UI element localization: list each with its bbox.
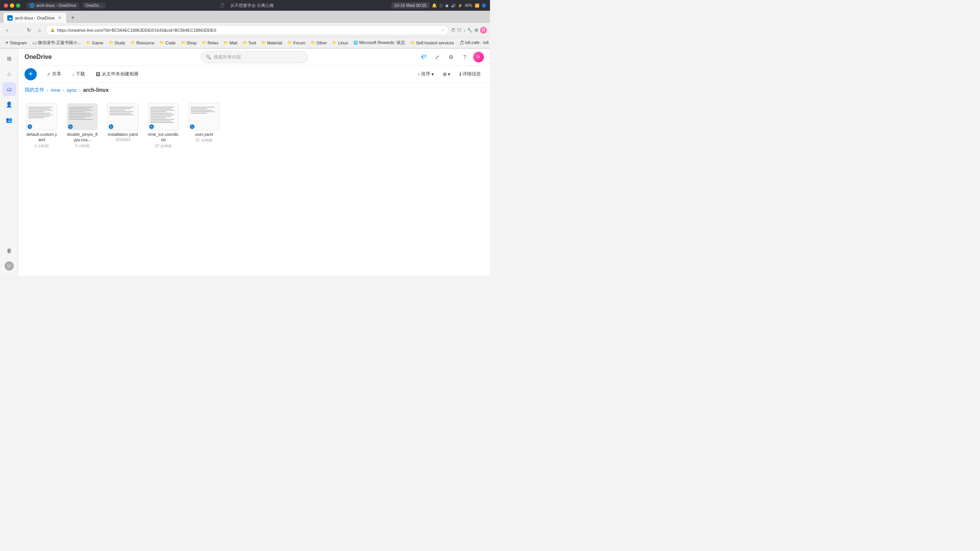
new-item-button[interactable]: + bbox=[24, 68, 37, 80]
bookmark-wechat-label: 微信读书-正版书籍小... bbox=[38, 40, 81, 46]
file-thumb-2: ↻ bbox=[67, 103, 98, 130]
breadcrumb-sync[interactable]: sync bbox=[67, 87, 77, 93]
line bbox=[69, 114, 93, 115]
bookmark-linux[interactable]: 📁 Linux bbox=[330, 40, 350, 46]
bookmark-relax[interactable]: 📁 Relax bbox=[199, 40, 220, 46]
grid-view-button[interactable]: ⊞ ▾ bbox=[440, 70, 453, 78]
line bbox=[69, 107, 93, 108]
address-bar[interactable]: 🔒 https://onedrive.live.com/?id=BC564EC1… bbox=[46, 25, 449, 35]
line bbox=[109, 114, 134, 115]
file-lines-2 bbox=[69, 107, 96, 120]
file-item-default-custom-yaml[interactable]: ↻ default.custom.yaml 3 小时前 bbox=[24, 100, 59, 152]
ext-icon-3[interactable]: ↓ bbox=[463, 28, 466, 33]
onedrive-search[interactable]: 🔍 搜索所有内容 bbox=[201, 51, 308, 63]
sys-icon-1: ⬡ bbox=[439, 3, 443, 8]
folder-icon-selfhosted: 📁 bbox=[410, 41, 415, 45]
ext-icon-4[interactable]: 🔧 bbox=[467, 28, 473, 33]
bookmark-shop[interactable]: 📁 Shop bbox=[179, 40, 199, 46]
sync-icon-2: ↻ bbox=[68, 124, 73, 129]
tl-red[interactable] bbox=[4, 3, 8, 8]
breadcrumb-sep-1: › bbox=[47, 87, 48, 93]
line bbox=[150, 111, 166, 112]
ext-icon-2[interactable]: 🛡 bbox=[457, 28, 462, 33]
bookmark-mail[interactable]: 📁 Mail bbox=[221, 40, 239, 46]
file-item-installation-yaml[interactable]: ↻ installation.yaml 2024/9/4 bbox=[106, 100, 140, 152]
onedrive-app-tab[interactable]: OneDri... bbox=[82, 2, 105, 8]
folder-icon-tool: 📁 bbox=[243, 41, 247, 45]
bookmark-material-label: Material bbox=[267, 41, 282, 45]
create-album-button[interactable]: 🖼 从文件夹创建相册 bbox=[92, 69, 142, 79]
bookmark-lofi[interactable]: 🎵 lofi.cafe - lofi music 🎵 bbox=[457, 39, 490, 46]
sidebar-btn-files[interactable]: 🗂 bbox=[2, 82, 16, 96]
globe-icon-msrewards: 🌐 bbox=[353, 41, 358, 45]
browser-app-tab[interactable]: 🌐 arch-linux - OneDrive bbox=[26, 2, 79, 9]
bookmark-telegram[interactable]: ✈ Telegram bbox=[3, 40, 29, 46]
bookmark-wechat[interactable]: 📖 微信读书-正版书籍小... bbox=[30, 39, 83, 46]
file-item-double-pinyin[interactable]: ↻ double_pinyin_flypy.cus... 3 小时前 bbox=[65, 100, 100, 152]
wechat-icon: 📖 bbox=[32, 41, 37, 45]
share-button[interactable]: ⤤ 共享 bbox=[43, 69, 65, 79]
bookmark-selfhosted[interactable]: 📁 Self-hosted services bbox=[408, 40, 456, 46]
line bbox=[191, 107, 215, 108]
tab-close-button[interactable]: ✕ bbox=[57, 15, 62, 21]
sidebar-btn-photos[interactable]: 👤 bbox=[2, 98, 16, 111]
header-settings-icon[interactable]: ⚙ bbox=[446, 52, 456, 62]
browser-tab-active[interactable]: ☁ arch-linux - OneDrive ✕ bbox=[3, 12, 67, 23]
file-item-rime-ice[interactable]: ↻ rime_ice.userdb.txt 57 分钟前 bbox=[146, 100, 181, 152]
bookmark-resource[interactable]: 📁 Resource bbox=[128, 40, 157, 46]
profile-icon[interactable]: R bbox=[480, 27, 487, 34]
header-user-icon[interactable]: R bbox=[473, 52, 484, 62]
new-tab-button[interactable]: + bbox=[67, 12, 78, 23]
sidebar-btn-trash[interactable]: 🗑 bbox=[2, 244, 16, 258]
folder-icon-code: 📁 bbox=[160, 41, 164, 45]
os-topbar-center: 🎵 从不想要学会 分离心痛 bbox=[220, 2, 277, 9]
line bbox=[28, 110, 52, 111]
folder-icon-mail: 📁 bbox=[224, 41, 228, 45]
info-icon: ℹ bbox=[459, 72, 461, 77]
header-diamond-icon[interactable]: 💎 bbox=[418, 52, 429, 62]
notification-icon[interactable]: 🔔 bbox=[432, 3, 437, 8]
back-button[interactable]: ‹ bbox=[3, 26, 11, 34]
sidebar-btn-profile[interactable]: U bbox=[2, 259, 16, 273]
bookmark-other[interactable]: 📁 Other bbox=[309, 40, 330, 46]
bookmark-forum[interactable]: 📁 Forum bbox=[285, 40, 308, 46]
file-thumb-3: ↻ bbox=[108, 103, 138, 130]
onedrive-content: OneDrive 🔍 搜索所有内容 💎 ⤤ ⚙ ? R + ⤤ 共享 ↓ 下载 bbox=[18, 49, 490, 276]
bookmark-msrewards[interactable]: 🌐 Microsoft Rewards: 状态 bbox=[351, 39, 407, 46]
file-lines-5 bbox=[191, 107, 217, 114]
sidebar-btn-apps[interactable]: ⊞ bbox=[2, 52, 16, 65]
bookmark-study[interactable]: 📁 Study bbox=[106, 40, 127, 46]
sidebar-btn-home[interactable]: ⌂ bbox=[2, 67, 16, 81]
header-share-icon[interactable]: ⤤ bbox=[432, 52, 443, 62]
ext-icon-1[interactable]: ⏱ bbox=[451, 28, 456, 33]
file-item-user-yaml[interactable]: ↻ user.yaml 57 分钟前 bbox=[187, 100, 221, 152]
line bbox=[109, 111, 134, 112]
bookmark-code[interactable]: 📁 Code bbox=[157, 40, 178, 46]
tab-favicon: ☁ bbox=[7, 15, 13, 21]
bookmark-tool[interactable]: 📁 Tool bbox=[240, 40, 258, 46]
sidebar-btn-shared[interactable]: 👥 bbox=[2, 113, 16, 127]
download-button[interactable]: ↓ 下载 bbox=[68, 69, 89, 79]
share-icon: ⤤ bbox=[47, 72, 51, 77]
tl-yellow[interactable] bbox=[10, 3, 14, 8]
breadcrumb-myfiles[interactable]: 我的文件 bbox=[24, 86, 44, 93]
line bbox=[69, 113, 90, 114]
bookmark-material[interactable]: 📁 Material bbox=[259, 40, 284, 46]
apps-grid-icon: ⊞ bbox=[7, 55, 11, 62]
star-icon[interactable]: ☆ bbox=[441, 28, 444, 33]
forward-button[interactable]: › bbox=[14, 26, 22, 34]
bookmark-game[interactable]: 📁 Game bbox=[84, 40, 106, 46]
line bbox=[69, 116, 90, 117]
sort-button[interactable]: ↕ 排序 ▾ bbox=[415, 69, 437, 79]
breadcrumb-rime[interactable]: rime bbox=[51, 87, 60, 93]
browser-tabs: ☁ arch-linux - OneDrive ✕ + bbox=[0, 11, 490, 23]
home-button[interactable]: ⌂ bbox=[35, 26, 44, 34]
bookmarks-bar: ✈ Telegram 📖 微信读书-正版书籍小... 📁 Game 📁 Stud… bbox=[0, 37, 490, 48]
line bbox=[69, 119, 93, 120]
ext-icon-5[interactable]: ⚙ bbox=[474, 28, 479, 33]
refresh-button[interactable]: ↻ bbox=[24, 26, 33, 34]
browser-chrome: ☁ arch-linux - OneDrive ✕ + ‹ › ↻ ⌂ 🔒 ht… bbox=[0, 11, 490, 49]
header-help-icon[interactable]: ? bbox=[459, 52, 470, 62]
detail-info-button[interactable]: ℹ 详细信息 bbox=[456, 69, 484, 79]
tl-green[interactable] bbox=[16, 3, 20, 8]
